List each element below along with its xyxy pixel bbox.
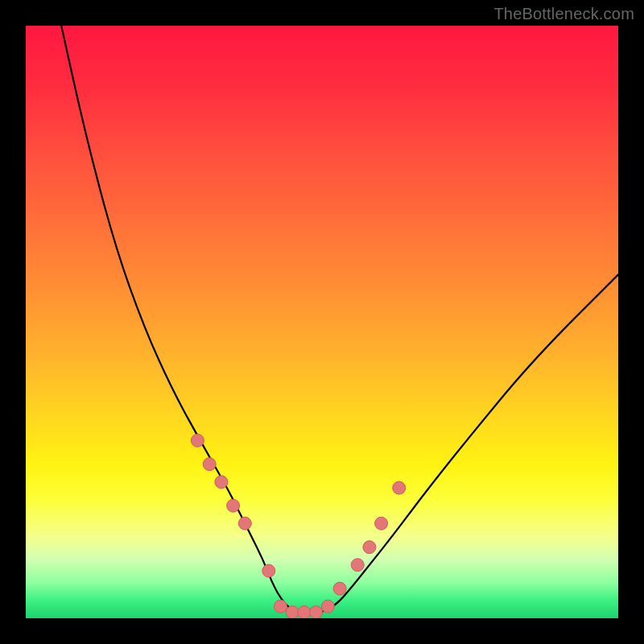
chart-frame: TheBottleneck.com <box>0 0 644 644</box>
marker-trough <box>275 600 287 613</box>
watermark-text: TheBottleneck.com <box>493 5 634 23</box>
marker-left-arm <box>262 564 275 577</box>
marker-left-arm <box>191 434 204 447</box>
marker-right-arm <box>363 541 376 554</box>
marker-right-arm <box>393 481 406 494</box>
marker-right-arm <box>333 582 346 595</box>
marker-left-arm <box>215 476 228 489</box>
plot-area <box>26 26 618 618</box>
marker-left-arm <box>238 517 251 530</box>
marker-left-arm <box>227 499 240 512</box>
marker-trough <box>321 600 334 613</box>
marker-trough <box>298 606 311 618</box>
bottleneck-curve <box>61 26 618 613</box>
marker-trough <box>286 606 299 618</box>
curve-layer <box>26 26 618 618</box>
marker-right-arm <box>351 559 364 572</box>
marker-right-arm <box>375 517 388 530</box>
marker-left-arm <box>203 458 216 471</box>
marker-trough <box>310 606 323 618</box>
marker-group <box>191 434 405 618</box>
